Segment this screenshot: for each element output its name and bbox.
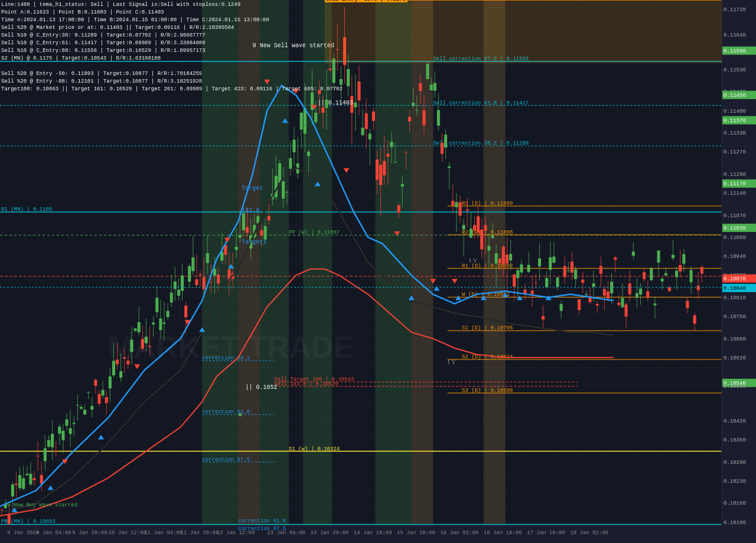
main-chart-canvas [0, 0, 756, 543]
chart-container: Line:1480 | tema_h1_status: Sell | Last … [0, 0, 756, 543]
